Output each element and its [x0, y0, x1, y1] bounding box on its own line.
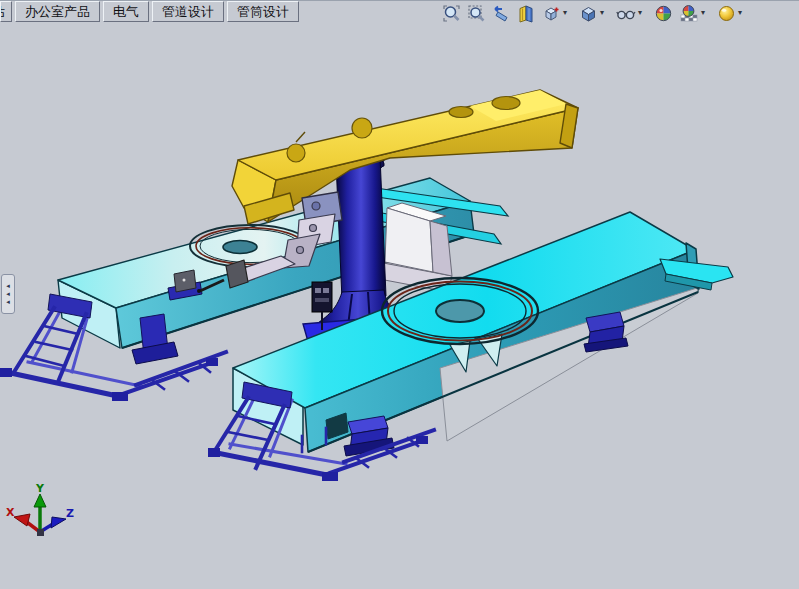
apply-scene-button[interactable]: ▾ — [679, 4, 705, 23]
tab-piping-design[interactable]: 管道设计 — [152, 1, 224, 22]
tab-label: 办公室产品 — [25, 4, 90, 19]
graphics-viewport[interactable]: Y X Z — [0, 23, 799, 589]
heads-up-view-toolbar: ▾ ▾ ▾ — [436, 3, 742, 23]
tab-label: 管筒设计 — [237, 4, 289, 19]
view-settings-button[interactable]: ▾ — [717, 4, 742, 23]
section-view-icon — [517, 4, 536, 23]
dropdown-arrow[interactable]: ▾ — [738, 9, 742, 17]
tab-label: 电气 — [113, 4, 139, 19]
previous-view-button[interactable] — [492, 4, 511, 23]
view-orientation-button[interactable]: ▾ — [542, 4, 567, 23]
tab-electrical[interactable]: 电气 — [103, 1, 149, 22]
ring2-hub[interactable] — [436, 300, 484, 322]
edit-appearance-button[interactable] — [654, 4, 673, 23]
view-settings-icon — [717, 4, 736, 23]
expander-arrow-icon: ◂ — [6, 291, 10, 298]
tab-label: 管道设计 — [162, 4, 214, 19]
triad-x-label: X — [6, 506, 15, 519]
expander-arrow-icon: ◂ — [6, 299, 10, 306]
display-style-icon — [579, 4, 598, 23]
pane-expander[interactable]: ◂ ◂ ◂ — [1, 274, 15, 314]
section-view-button[interactable] — [517, 4, 536, 23]
triad-z-label: Z — [66, 507, 74, 520]
dropdown-arrow[interactable]: ▾ — [638, 9, 642, 17]
top-bar: 估 办公室产品 电气 管道设计 管筒设计 — [0, 0, 799, 23]
ring1-hub[interactable] — [223, 241, 257, 254]
hide-show-items-button[interactable]: ▾ — [616, 4, 642, 23]
zoom-to-fit-icon — [442, 4, 461, 23]
dropdown-arrow[interactable]: ▾ — [701, 9, 705, 17]
zoom-to-fit-button[interactable] — [442, 4, 461, 23]
previous-view-icon — [492, 4, 511, 23]
zoom-to-area-button[interactable] — [467, 4, 486, 23]
display-style-button[interactable]: ▾ — [579, 4, 604, 23]
triad-y-label: Y — [35, 482, 45, 495]
commandmanager-tabs: 估 办公室产品 电气 管道设计 管筒设计 — [0, 1, 299, 22]
tab-tubing-design[interactable]: 管筒设计 — [227, 1, 299, 22]
tab-office-products[interactable]: 办公室产品 — [15, 1, 100, 22]
hide-show-items-icon — [616, 4, 636, 23]
tab-evaluate-partial[interactable]: 估 — [0, 1, 12, 22]
dropdown-arrow[interactable]: ▾ — [600, 9, 604, 17]
view-orientation-icon — [542, 4, 561, 23]
expander-arrow-icon: ◂ — [6, 283, 10, 290]
zoom-to-area-icon — [467, 4, 486, 23]
edit-appearance-icon — [654, 4, 673, 23]
support-bracket-3[interactable] — [584, 312, 628, 352]
tab-label: 估 — [0, 2, 5, 21]
column-shaft[interactable] — [336, 156, 386, 300]
apply-scene-icon — [679, 4, 699, 23]
dropdown-arrow[interactable]: ▾ — [563, 9, 567, 17]
